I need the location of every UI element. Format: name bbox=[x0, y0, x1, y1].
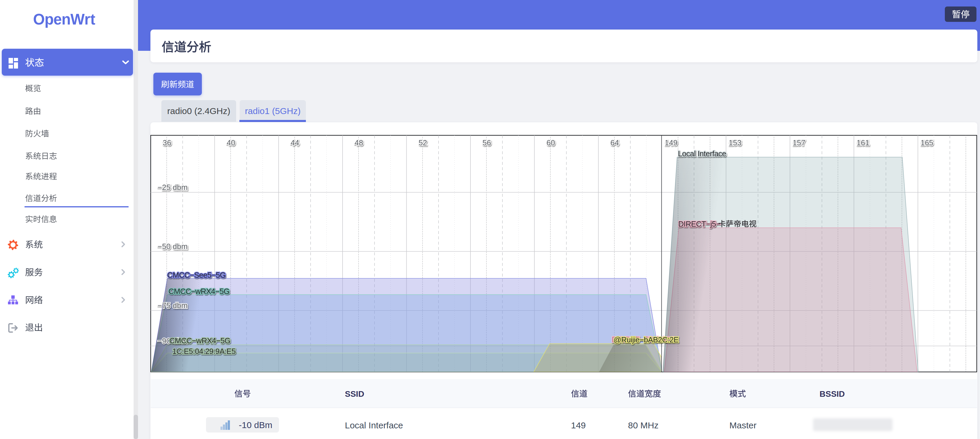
svg-text:DIRECT−j5−: DIRECT−j5− bbox=[678, 220, 720, 228]
svg-text:44: 44 bbox=[291, 138, 299, 147]
svg-text:64: 64 bbox=[610, 138, 619, 147]
svg-text:161: 161 bbox=[856, 138, 869, 147]
svg-text:1C:E5:04:29:9A:E5: 1C:E5:04:29:9A:E5 bbox=[172, 347, 235, 356]
svg-text:−25 dbm: −25 dbm bbox=[158, 183, 188, 192]
svg-text:−75 dbm: −75 dbm bbox=[158, 301, 188, 310]
svg-text:40: 40 bbox=[227, 138, 235, 147]
svg-text:60: 60 bbox=[546, 138, 555, 147]
svg-text:52: 52 bbox=[418, 138, 427, 147]
svg-text:CMCC−wRX4−5G: CMCC−wRX4−5G bbox=[169, 287, 229, 296]
svg-text:Local Interface: Local Interface bbox=[678, 149, 726, 158]
svg-text:165: 165 bbox=[921, 138, 933, 147]
svg-text:48: 48 bbox=[355, 138, 363, 147]
svg-text:CMCC−wRX4−5G: CMCC−wRX4−5G bbox=[169, 336, 230, 345]
svg-text:149: 149 bbox=[665, 138, 678, 147]
svg-text:56: 56 bbox=[483, 138, 491, 147]
svg-text:@Ruijie−bAB2C:2E: @Ruijie−bAB2C:2E bbox=[614, 335, 679, 344]
svg-text:−50 dbm: −50 dbm bbox=[158, 242, 188, 251]
svg-text:153: 153 bbox=[729, 138, 741, 147]
svg-text:36: 36 bbox=[163, 138, 172, 147]
svg-text:CMCC−See5−5G: CMCC−See5−5G bbox=[167, 270, 226, 280]
svg-text:157: 157 bbox=[792, 138, 805, 147]
